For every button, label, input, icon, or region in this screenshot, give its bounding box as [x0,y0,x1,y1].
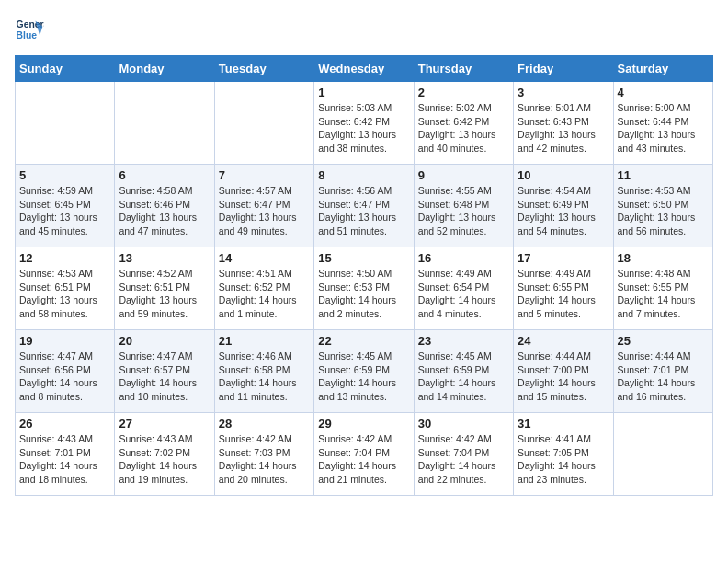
calendar-cell: 6Sunrise: 4:58 AM Sunset: 6:46 PM Daylig… [115,165,214,247]
calendar-cell: 13Sunrise: 4:52 AM Sunset: 6:51 PM Dayli… [115,247,214,330]
day-info: Sunrise: 5:03 AM Sunset: 6:42 PM Dayligh… [318,101,409,155]
day-number: 27 [119,417,210,431]
day-info: Sunrise: 4:43 AM Sunset: 7:02 PM Dayligh… [119,432,210,487]
svg-text:Blue: Blue [17,30,38,40]
day-info: Sunrise: 4:50 AM Sunset: 6:53 PM Dayligh… [318,267,409,321]
day-number: 22 [318,334,409,348]
calendar-cell: 25Sunrise: 4:44 AM Sunset: 7:01 PM Dayli… [613,330,712,413]
calendar-header-monday: Monday [115,56,214,82]
day-info: Sunrise: 4:53 AM Sunset: 6:50 PM Dayligh… [618,184,709,238]
day-info: Sunrise: 4:53 AM Sunset: 6:51 PM Dayligh… [19,267,110,321]
day-number: 30 [418,417,509,431]
day-number: 4 [618,86,709,99]
day-number: 8 [318,168,409,182]
day-info: Sunrise: 4:48 AM Sunset: 6:55 PM Dayligh… [618,267,709,321]
day-info: Sunrise: 4:44 AM Sunset: 7:01 PM Dayligh… [618,350,709,404]
day-info: Sunrise: 4:54 AM Sunset: 6:49 PM Dayligh… [518,184,609,238]
calendar-week-1: 1Sunrise: 5:03 AM Sunset: 6:42 PM Daylig… [16,82,713,165]
day-info: Sunrise: 4:56 AM Sunset: 6:47 PM Dayligh… [318,184,409,238]
day-info: Sunrise: 5:01 AM Sunset: 6:43 PM Dayligh… [518,101,609,155]
day-info: Sunrise: 4:52 AM Sunset: 6:51 PM Dayligh… [119,267,210,321]
calendar-cell: 24Sunrise: 4:44 AM Sunset: 7:00 PM Dayli… [514,330,613,413]
day-number: 9 [418,168,509,182]
day-info: Sunrise: 4:57 AM Sunset: 6:47 PM Dayligh… [219,184,310,238]
day-number: 11 [618,168,709,182]
calendar-cell: 15Sunrise: 4:50 AM Sunset: 6:53 PM Dayli… [314,247,414,330]
calendar-header-wednesday: Wednesday [314,56,414,82]
calendar-table: SundayMondayTuesdayWednesdayThursdayFrid… [15,55,713,496]
calendar-cell: 14Sunrise: 4:51 AM Sunset: 6:52 PM Dayli… [214,247,313,330]
calendar-cell: 22Sunrise: 4:45 AM Sunset: 6:59 PM Dayli… [314,330,414,413]
day-number: 5 [19,168,110,182]
calendar-cell: 18Sunrise: 4:48 AM Sunset: 6:55 PM Dayli… [613,247,712,330]
day-info: Sunrise: 4:55 AM Sunset: 6:48 PM Dayligh… [418,184,509,238]
day-info: Sunrise: 4:58 AM Sunset: 6:46 PM Dayligh… [119,184,210,238]
day-number: 19 [19,334,110,348]
calendar-cell: 26Sunrise: 4:43 AM Sunset: 7:01 PM Dayli… [16,413,115,496]
day-number: 16 [418,251,509,265]
day-info: Sunrise: 4:44 AM Sunset: 7:00 PM Dayligh… [518,350,609,404]
calendar-cell: 5Sunrise: 4:59 AM Sunset: 6:45 PM Daylig… [16,165,115,247]
day-number: 10 [518,168,609,182]
calendar-cell: 8Sunrise: 4:56 AM Sunset: 6:47 PM Daylig… [314,165,414,247]
calendar-header-tuesday: Tuesday [214,56,313,82]
calendar-week-4: 19Sunrise: 4:47 AM Sunset: 6:56 PM Dayli… [16,330,713,413]
day-info: Sunrise: 4:45 AM Sunset: 6:59 PM Dayligh… [318,350,409,404]
day-number: 26 [19,417,110,431]
day-info: Sunrise: 4:49 AM Sunset: 6:54 PM Dayligh… [418,267,509,321]
day-info: Sunrise: 5:00 AM Sunset: 6:44 PM Dayligh… [618,101,709,155]
calendar-cell [214,82,313,165]
day-number: 1 [318,86,409,99]
calendar-cell: 21Sunrise: 4:46 AM Sunset: 6:58 PM Dayli… [214,330,313,413]
day-number: 13 [119,251,210,265]
day-number: 2 [418,86,509,99]
calendar-cell: 28Sunrise: 4:42 AM Sunset: 7:03 PM Dayli… [214,413,313,496]
calendar-cell: 7Sunrise: 4:57 AM Sunset: 6:47 PM Daylig… [214,165,313,247]
calendar-cell: 31Sunrise: 4:41 AM Sunset: 7:05 PM Dayli… [514,413,613,496]
day-number: 12 [19,251,110,265]
day-number: 28 [219,417,310,431]
day-info: Sunrise: 4:42 AM Sunset: 7:04 PM Dayligh… [318,432,409,487]
day-info: Sunrise: 4:47 AM Sunset: 6:56 PM Dayligh… [19,350,110,404]
calendar-cell [16,82,115,165]
calendar-cell: 16Sunrise: 4:49 AM Sunset: 6:54 PM Dayli… [414,247,513,330]
day-info: Sunrise: 4:43 AM Sunset: 7:01 PM Dayligh… [19,432,110,487]
day-info: Sunrise: 4:49 AM Sunset: 6:55 PM Dayligh… [518,267,609,321]
day-number: 18 [618,251,709,265]
day-number: 31 [518,417,609,431]
day-number: 17 [518,251,609,265]
calendar-header-sunday: Sunday [16,56,115,82]
day-number: 20 [119,334,210,348]
day-number: 23 [418,334,509,348]
day-info: Sunrise: 5:02 AM Sunset: 6:42 PM Dayligh… [418,101,509,155]
calendar-cell: 29Sunrise: 4:42 AM Sunset: 7:04 PM Dayli… [314,413,414,496]
day-info: Sunrise: 4:59 AM Sunset: 6:45 PM Dayligh… [19,184,110,238]
calendar-week-3: 12Sunrise: 4:53 AM Sunset: 6:51 PM Dayli… [16,247,713,330]
logo: General Blue [15,15,48,44]
logo-icon: General Blue [15,15,44,44]
calendar-cell [613,413,712,496]
calendar-header-row: SundayMondayTuesdayWednesdayThursdayFrid… [16,56,713,82]
calendar-header-friday: Friday [514,56,613,82]
calendar-cell: 11Sunrise: 4:53 AM Sunset: 6:50 PM Dayli… [613,165,712,247]
day-info: Sunrise: 4:42 AM Sunset: 7:03 PM Dayligh… [219,432,310,487]
calendar-cell: 9Sunrise: 4:55 AM Sunset: 6:48 PM Daylig… [414,165,513,247]
calendar-cell: 3Sunrise: 5:01 AM Sunset: 6:43 PM Daylig… [514,82,613,165]
day-number: 14 [219,251,310,265]
calendar-cell: 4Sunrise: 5:00 AM Sunset: 6:44 PM Daylig… [613,82,712,165]
calendar-cell: 27Sunrise: 4:43 AM Sunset: 7:02 PM Dayli… [115,413,214,496]
day-number: 25 [618,334,709,348]
day-number: 15 [318,251,409,265]
day-number: 7 [219,168,310,182]
calendar-cell: 2Sunrise: 5:02 AM Sunset: 6:42 PM Daylig… [414,82,513,165]
day-info: Sunrise: 4:45 AM Sunset: 6:59 PM Dayligh… [418,350,509,404]
day-number: 6 [119,168,210,182]
calendar-cell: 1Sunrise: 5:03 AM Sunset: 6:42 PM Daylig… [314,82,414,165]
page-header: General Blue [15,15,713,44]
day-number: 29 [318,417,409,431]
day-info: Sunrise: 4:42 AM Sunset: 7:04 PM Dayligh… [418,432,509,487]
calendar-cell: 12Sunrise: 4:53 AM Sunset: 6:51 PM Dayli… [16,247,115,330]
day-info: Sunrise: 4:47 AM Sunset: 6:57 PM Dayligh… [119,350,210,404]
calendar-week-5: 26Sunrise: 4:43 AM Sunset: 7:01 PM Dayli… [16,413,713,496]
day-number: 3 [518,86,609,99]
